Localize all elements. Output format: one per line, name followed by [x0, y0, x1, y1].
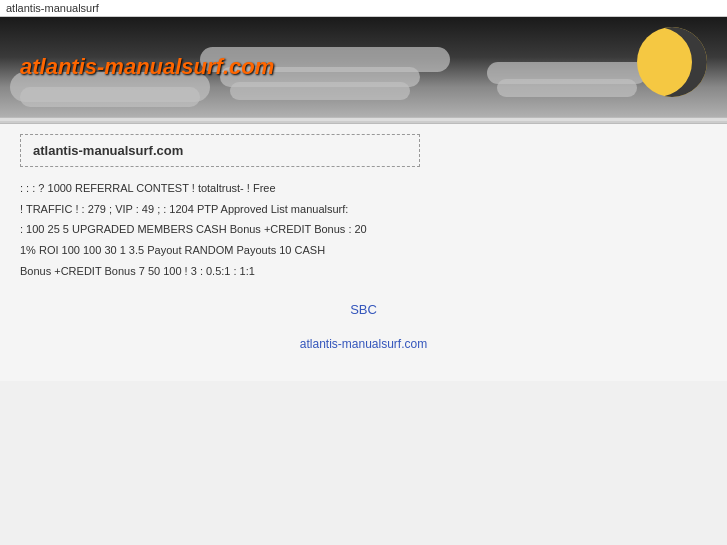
content-line-3: : 100 25 5 UPGRADED MEMBERS CASH Bonus +…	[20, 220, 707, 239]
cloud-decoration	[230, 82, 410, 100]
title-bar: atlantis-manualsurf	[0, 0, 727, 17]
footer-link[interactable]: atlantis-manualsurf.com	[300, 337, 427, 351]
line4-text: 1% ROI 100 100 30 1 3.5 Payout RANDOM Pa…	[20, 244, 325, 256]
content-line-5: Bonus +CREDIT Bonus 7 50 100 ! 3 : 0.5:1…	[20, 262, 707, 281]
content-line-2: ! TRAFFIC ! : 279 ; VIP : 49 ; : 1204 PT…	[20, 200, 707, 219]
line1-text: : : : ? 1000 REFERRAL CONTEST ! totaltru…	[20, 182, 276, 194]
content-line-1: : : : ? 1000 REFERRAL CONTEST ! totaltru…	[20, 179, 707, 198]
content-text: : : : ? 1000 REFERRAL CONTEST ! totaltru…	[20, 179, 707, 280]
content-line-4: 1% ROI 100 100 30 1 3.5 Payout RANDOM Pa…	[20, 241, 707, 260]
moon-decoration	[637, 27, 707, 97]
site-box: atlantis-manualsurf.com	[20, 134, 420, 167]
header-banner: atlantis-manualsurf.com	[0, 17, 727, 117]
site-box-title: atlantis-manualsurf.com	[33, 143, 407, 158]
sbc-link[interactable]: SBC	[20, 302, 707, 317]
cloud-decoration	[497, 79, 637, 97]
cloud-decoration	[20, 87, 200, 107]
header-logo: atlantis-manualsurf.com	[20, 54, 274, 80]
main-content: atlantis-manualsurf.com : : : ? 1000 REF…	[0, 124, 727, 381]
line3-text: : 100 25 5 UPGRADED MEMBERS CASH Bonus +…	[20, 223, 367, 235]
line2-text: ! TRAFFIC ! : 279 ; VIP : 49 ; : 1204 PT…	[20, 203, 348, 215]
title-text: atlantis-manualsurf	[6, 2, 99, 14]
line5-text: Bonus +CREDIT Bonus 7 50 100 ! 3 : 0.5:1…	[20, 265, 255, 277]
footer-area: SBC atlantis-manualsurf.com	[20, 282, 707, 361]
